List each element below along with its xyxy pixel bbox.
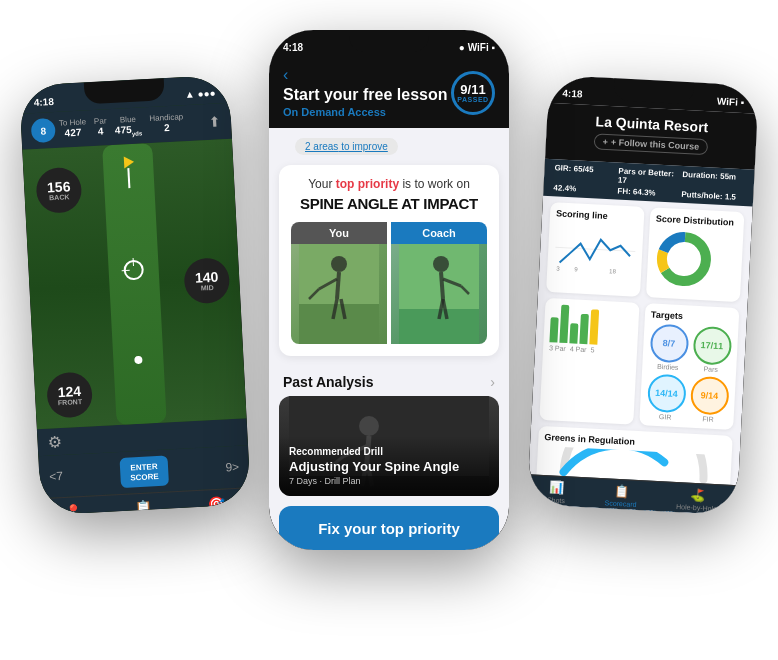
stat-pars: Pars or Better: 17 xyxy=(618,167,681,188)
settings-icon[interactable]: ⚙ xyxy=(47,432,62,452)
score-distribution-panel: Score Distribution xyxy=(646,207,745,302)
stats-body: Scoring line 3 9 18 Score Distribution xyxy=(527,196,753,516)
svg-point-2 xyxy=(331,256,347,272)
stats-row-2: 3 Par4 Par5 Targets 8/7 Birdies xyxy=(539,298,739,430)
phones-container: 4:18 ▲ ●●● 8 To Hole 427 Par 4 xyxy=(0,0,778,660)
nav-hole-by-hole[interactable]: ⛳ Hole-by-Hole xyxy=(676,487,718,512)
scorecard-icon: 📋 xyxy=(134,499,152,515)
improve-link: 2 areas xyxy=(305,141,338,152)
stat-par: Par 4 xyxy=(94,116,108,139)
lesson-screen: 4:18 ● WiFi ▪ ‹ Start your free lesson O… xyxy=(269,30,509,550)
nav-gps[interactable]: 📍 GPS xyxy=(64,503,82,515)
improve-tag[interactable]: 2 areas to improve xyxy=(295,138,398,155)
gps-screen: 4:18 ▲ ●●● 8 To Hole 427 Par 4 xyxy=(19,75,251,515)
targets-title: Targets xyxy=(651,309,733,323)
target-circles: 8/7 Birdies 17/11 Pars xyxy=(645,323,732,423)
stats-screen: 4:18 WiFi ▪ La Quinta Resort + + Follow … xyxy=(527,75,759,515)
target-3-wrapper: 14/14 GIR xyxy=(645,373,686,421)
stat-duration: Duration: 55m xyxy=(682,170,745,191)
bar-5 xyxy=(589,309,599,344)
resort-name: La Quinta Resort xyxy=(559,111,746,137)
dist-back-bubble: 156 BACK xyxy=(35,167,82,214)
nav-targets[interactable]: 🎯 Targets xyxy=(205,495,229,515)
bar-chart-panel: 3 Par4 Par5 xyxy=(539,298,639,425)
targets-panel: Targets 8/7 Birdies 17/11 xyxy=(639,303,739,430)
drill-title: Adjusting Your Spine Angle xyxy=(289,459,489,474)
nav-shots[interactable]: 📊 Shots xyxy=(547,480,566,504)
score-next[interactable]: 9> xyxy=(225,460,239,475)
target-2-wrapper: 17/11 Pars xyxy=(691,326,732,374)
stat-putts: Putts/hole: 1.5 xyxy=(681,190,743,202)
signal-right: WiFi ▪ xyxy=(717,95,745,107)
fix-priority-button[interactable]: Fix your top priority xyxy=(279,506,499,550)
phone-right: 4:18 WiFi ▪ La Quinta Resort + + Follow … xyxy=(527,75,759,515)
you-button[interactable]: You xyxy=(291,222,387,244)
passed-badge: 9/11 PASSED xyxy=(451,71,495,115)
stat-to-hole: To Hole 427 xyxy=(59,117,87,140)
nav-scorecard-right[interactable]: 📋 Scorecard xyxy=(604,483,637,508)
improve-tag-wrapper: 2 areas to improve xyxy=(269,128,509,165)
priority-title: SPINE ANGLE AT IMPACT xyxy=(291,195,487,212)
target-birdies: 8/7 xyxy=(649,323,689,363)
donut-chart xyxy=(652,228,715,291)
past-analysis-row[interactable]: Past Analysis › xyxy=(269,364,509,396)
stat-fh: FH: 64.3% xyxy=(617,187,679,199)
coach-button[interactable]: Coach xyxy=(391,222,487,244)
notch-right xyxy=(613,78,694,104)
time-left: 4:18 xyxy=(33,95,54,107)
svg-text:18: 18 xyxy=(609,268,617,274)
target-gir: 14/14 xyxy=(646,373,686,413)
time-right: 4:18 xyxy=(562,87,583,99)
svg-point-10 xyxy=(433,256,449,272)
drill-tag: Recommended Drill xyxy=(289,446,489,457)
you-image xyxy=(291,244,387,344)
targets-icon: 🎯 xyxy=(208,496,226,513)
svg-line-11 xyxy=(441,272,443,299)
hole-info: 8 To Hole 427 Par 4 Blue 475yds xyxy=(31,111,184,143)
svg-line-3 xyxy=(337,272,339,299)
phone-left: 4:18 ▲ ●●● 8 To Hole 427 Par 4 xyxy=(19,75,251,515)
follow-icon: + xyxy=(602,137,608,147)
drill-meta: 7 Days · Drill Plan xyxy=(289,476,489,486)
drill-card[interactable]: Recommended Drill Adjusting Your Spine A… xyxy=(279,396,499,496)
shots-icon: 📊 xyxy=(549,480,565,495)
comparison-grid: You xyxy=(291,222,487,344)
follow-button[interactable]: + + Follow this Course xyxy=(593,133,708,155)
lesson-card: Your top priority is to work on SPINE AN… xyxy=(279,165,499,356)
stat-blue: Blue 475yds xyxy=(114,114,142,137)
target-1-wrapper: 8/7 Birdies xyxy=(648,323,689,371)
phone-center: 4:18 ● WiFi ▪ ‹ Start your free lesson O… xyxy=(269,30,509,550)
score-prev[interactable]: <7 xyxy=(49,469,63,484)
past-analysis-label: Past Analysis xyxy=(283,374,374,390)
enter-score-button[interactable]: ENTER SCORE xyxy=(119,456,169,488)
hole-badge: 8 xyxy=(31,118,56,143)
target-pars: 17/11 xyxy=(692,326,732,366)
target-fir: 9/14 xyxy=(689,376,729,416)
hole-stats: To Hole 427 Par 4 Blue 475yds Handicap xyxy=(59,112,184,140)
priority-highlight: top priority xyxy=(336,177,399,191)
you-column: You xyxy=(291,222,387,344)
you-silhouette xyxy=(291,244,387,344)
time-center: 4:18 xyxy=(283,42,303,53)
nav-scorecard[interactable]: 📋 Scorecard xyxy=(127,499,160,515)
dist-mid-bubble: 140 MID xyxy=(183,257,230,304)
svg-point-17 xyxy=(359,416,379,436)
target-4-wrapper: 9/14 FIR xyxy=(688,376,729,424)
coach-image xyxy=(391,244,487,344)
coach-column: Coach xyxy=(391,222,487,344)
chevron-right-icon: › xyxy=(490,374,495,390)
scorecard-icon-right: 📋 xyxy=(613,484,629,499)
bar-2 xyxy=(559,305,569,343)
gps-icon: 📍 xyxy=(64,503,82,515)
svg-text:3: 3 xyxy=(556,265,560,271)
bar-chart xyxy=(549,304,633,348)
score-dist-title: Score Distribution xyxy=(656,214,738,228)
flag-pin xyxy=(123,174,136,189)
score-line-chart: 3 9 18 xyxy=(553,222,638,276)
bar-1 xyxy=(549,317,558,342)
bar-3 xyxy=(569,323,578,343)
share-icon[interactable]: ⬆ xyxy=(209,113,222,130)
gps-map[interactable]: 156 BACK 140 MID 124 FRONT xyxy=(22,139,246,430)
signal-center: ● WiFi ▪ xyxy=(459,42,495,53)
lesson-header: ‹ Start your free lesson On Demand Acces… xyxy=(269,58,509,128)
